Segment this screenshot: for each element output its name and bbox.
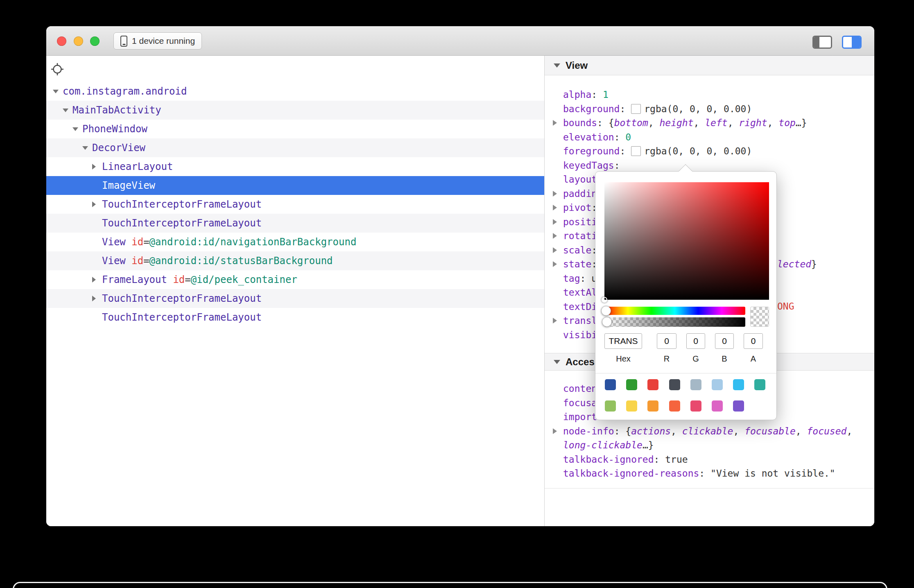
view-hierarchy-pane: com.instagram.androidMainTabActivityPhon… [46,56,545,526]
palette-color-swatch[interactable] [754,379,765,390]
red-input[interactable]: 0 [657,333,676,349]
palette-color-swatch[interactable] [712,379,723,390]
disclosure-triangle-icon[interactable] [553,233,557,239]
section-collapse-icon[interactable] [554,63,560,68]
zoom-window-button[interactable] [90,36,100,46]
tree-row[interactable]: DecorView [46,138,544,157]
toggle-right-panel-icon[interactable] [842,36,862,49]
close-window-button[interactable] [57,36,66,46]
palette-color-swatch[interactable] [690,400,701,412]
tree-node-label: DecorView [92,142,145,154]
tree-row[interactable]: TouchInterceptorFrameLayout [46,289,544,308]
alpha-input[interactable]: 0 [744,333,763,349]
property-text: , [796,426,807,436]
hex-input[interactable]: TRANS [604,333,642,349]
tree-row[interactable]: ImageView [46,176,544,195]
blue-input[interactable]: 0 [715,333,734,349]
property-text: rgba(0, 0, 0, 0.00) [644,104,752,114]
section-collapse-icon[interactable] [554,360,560,364]
minimize-window-button[interactable] [74,36,83,46]
disclosure-triangle-icon[interactable] [553,261,557,267]
chevron-right-icon[interactable] [92,277,102,283]
hue-slider[interactable] [604,307,745,315]
device-running-button[interactable]: 1 device running [113,32,202,50]
disclosure-triangle-icon[interactable] [553,428,557,434]
chevron-down-icon[interactable] [72,127,82,131]
property-row[interactable]: bounds: {bottom, height, left, right, to… [545,116,874,130]
palette-color-swatch[interactable] [626,400,637,412]
tree-row[interactable]: TouchInterceptorFrameLayout [46,195,544,214]
tree-row[interactable]: TouchInterceptorFrameLayout [46,308,544,327]
tree-node-label: PhoneWindow [82,123,147,135]
disclosure-triangle-icon[interactable] [553,219,557,225]
property-row[interactable]: keyedTags: [545,158,874,173]
tree-row[interactable]: MainTabActivity [46,101,544,120]
saturation-brightness-field[interactable] [604,182,769,300]
id-attribute-name: id [173,274,185,285]
chevron-down-icon[interactable] [82,146,92,150]
chevron-down-icon[interactable] [63,109,72,112]
section-title: View [566,60,588,71]
id-attribute-value: @id/peek_container [191,274,297,285]
locate-target-icon[interactable] [50,62,65,77]
color-checkbox-swatch[interactable] [631,104,641,114]
property-text: true [665,454,688,465]
palette-color-swatch[interactable] [626,379,637,390]
saturation-knob[interactable] [602,297,607,303]
tree-row[interactable]: TouchInterceptorFrameLayout [46,214,544,233]
tree-row[interactable]: com.instagram.android [46,82,544,101]
tree-node-label: LinearLayout [102,161,173,172]
property-row[interactable]: elevation: 0 [545,130,874,145]
tree-row[interactable]: View id=@android:id/statusBarBackground [46,251,544,270]
palette-color-swatch[interactable] [647,400,658,412]
palette-color-swatch[interactable] [690,379,701,390]
tree-node-label: MainTabActivity [72,104,161,116]
palette-color-swatch[interactable] [712,400,723,412]
property-text: background [563,104,620,114]
property-row[interactable]: alpha: 1 [545,88,874,102]
property-text: : [591,89,603,100]
chevron-down-icon[interactable] [53,90,63,93]
hue-slider-knob[interactable] [601,306,611,316]
disclosure-triangle-icon[interactable] [553,247,557,253]
toggle-left-panel-icon[interactable] [812,36,832,49]
palette-color-swatch[interactable] [647,379,658,390]
palette-color-swatch[interactable] [733,379,744,390]
palette-color-swatch[interactable] [733,400,744,412]
property-text: lected [777,259,811,269]
disclosure-triangle-icon[interactable] [553,318,557,323]
property-text: actions [631,426,671,436]
property-text: talkback-ignored-reasons [563,468,699,479]
property-text: height [659,118,693,128]
tree-row[interactable]: View id=@android:id/navigationBarBackgro… [46,233,544,251]
property-row[interactable]: background: rgba(0, 0, 0, 0.00) [545,102,874,116]
tree-row[interactable]: PhoneWindow [46,120,544,138]
property-text: bottom [614,118,648,128]
alpha-slider-knob[interactable] [602,317,612,327]
disclosure-triangle-icon[interactable] [553,205,557,210]
alpha-slider[interactable] [604,317,745,327]
section-header-view[interactable]: View [545,56,874,75]
property-row[interactable]: talkback-ignored: true [545,452,874,467]
palette-color-swatch[interactable] [605,400,616,412]
property-row[interactable]: foreground: rgba(0, 0, 0, 0.00) [545,144,874,158]
property-row[interactable]: node-info: {actions, clickable, focusabl… [545,424,874,452]
title-bar[interactable]: 1 device running [46,26,874,56]
toggle-left-panel-fill [814,37,819,47]
tree-row[interactable]: LinearLayout [46,157,544,176]
disclosure-triangle-icon[interactable] [553,191,557,197]
chevron-right-icon[interactable] [92,296,102,301]
property-row[interactable]: talkback-ignored-reasons: "View is not v… [545,466,874,481]
disclosure-triangle-icon[interactable] [553,120,557,126]
chevron-right-icon[interactable] [92,201,102,207]
property-text: top [778,118,796,128]
color-checkbox-swatch[interactable] [631,146,641,156]
tree-row[interactable]: FrameLayout id=@id/peek_container [46,270,544,289]
palette-color-swatch[interactable] [605,379,616,390]
property-text: focusa [563,398,597,408]
green-input[interactable]: 0 [686,333,705,349]
palette-color-swatch[interactable] [669,400,680,412]
palette-color-swatch[interactable] [669,379,680,390]
chevron-right-icon[interactable] [92,164,102,170]
view-hierarchy-tree: com.instagram.androidMainTabActivityPhon… [46,82,544,327]
